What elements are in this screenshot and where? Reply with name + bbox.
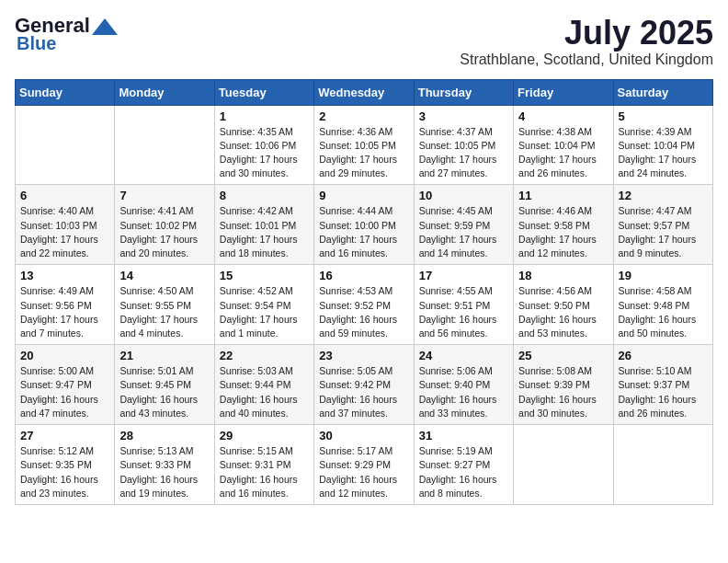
svg-marker-0	[92, 18, 118, 35]
day-detail: Sunrise: 4:53 AM Sunset: 9:52 PM Dayligh…	[319, 284, 408, 340]
day-cell: 22Sunrise: 5:03 AM Sunset: 9:44 PM Dayli…	[214, 345, 313, 425]
day-detail: Sunrise: 5:08 AM Sunset: 9:39 PM Dayligh…	[518, 364, 608, 420]
day-number: 10	[419, 189, 508, 202]
column-header-wednesday: Wednesday	[314, 79, 414, 105]
day-number: 21	[119, 349, 209, 362]
logo-icon	[92, 18, 118, 35]
day-cell: 2Sunrise: 4:36 AM Sunset: 10:05 PM Dayli…	[314, 105, 414, 185]
day-cell: 17Sunrise: 4:55 AM Sunset: 9:51 PM Dayli…	[414, 265, 513, 345]
day-detail: Sunrise: 5:10 AM Sunset: 9:37 PM Dayligh…	[619, 364, 708, 420]
day-cell: 18Sunrise: 4:56 AM Sunset: 9:50 PM Dayli…	[514, 265, 613, 345]
day-cell: 25Sunrise: 5:08 AM Sunset: 9:39 PM Dayli…	[514, 345, 613, 425]
day-number: 30	[319, 429, 408, 442]
day-cell	[613, 425, 712, 505]
page-header: General Blue July 2025 Strathblane, Scot…	[15, 15, 713, 68]
day-number: 7	[119, 189, 209, 202]
day-number: 13	[20, 269, 109, 282]
day-number: 9	[319, 189, 408, 202]
day-cell: 31Sunrise: 5:19 AM Sunset: 9:27 PM Dayli…	[414, 425, 513, 505]
day-number: 19	[619, 269, 708, 282]
day-detail: Sunrise: 4:36 AM Sunset: 10:05 PM Daylig…	[319, 125, 408, 181]
column-header-tuesday: Tuesday	[214, 79, 313, 105]
day-detail: Sunrise: 5:01 AM Sunset: 9:45 PM Dayligh…	[119, 364, 209, 420]
day-cell: 29Sunrise: 5:15 AM Sunset: 9:31 PM Dayli…	[214, 425, 313, 505]
day-number: 16	[319, 269, 408, 282]
day-detail: Sunrise: 4:45 AM Sunset: 9:59 PM Dayligh…	[419, 204, 508, 260]
day-detail: Sunrise: 5:13 AM Sunset: 9:33 PM Dayligh…	[119, 444, 209, 500]
calendar-body: 1Sunrise: 4:35 AM Sunset: 10:06 PM Dayli…	[16, 105, 713, 504]
day-number: 31	[419, 429, 508, 442]
day-detail: Sunrise: 4:46 AM Sunset: 9:58 PM Dayligh…	[518, 204, 608, 260]
day-detail: Sunrise: 5:17 AM Sunset: 9:29 PM Dayligh…	[319, 444, 408, 500]
day-detail: Sunrise: 5:06 AM Sunset: 9:40 PM Dayligh…	[419, 364, 508, 420]
day-cell: 30Sunrise: 5:17 AM Sunset: 9:29 PM Dayli…	[314, 425, 414, 505]
day-cell: 4Sunrise: 4:38 AM Sunset: 10:04 PM Dayli…	[514, 105, 613, 185]
day-number: 17	[419, 269, 508, 282]
day-detail: Sunrise: 5:12 AM Sunset: 9:35 PM Dayligh…	[20, 444, 109, 500]
day-number: 2	[319, 109, 408, 123]
week-row-2: 6Sunrise: 4:40 AM Sunset: 10:03 PM Dayli…	[16, 185, 713, 265]
day-cell: 19Sunrise: 4:58 AM Sunset: 9:48 PM Dayli…	[613, 265, 712, 345]
column-header-sunday: Sunday	[16, 79, 115, 105]
day-number: 8	[220, 189, 309, 202]
day-detail: Sunrise: 5:19 AM Sunset: 9:27 PM Dayligh…	[419, 444, 508, 500]
column-header-saturday: Saturday	[613, 79, 712, 105]
day-number: 27	[20, 429, 109, 442]
day-cell	[115, 105, 214, 185]
day-number: 3	[419, 109, 508, 123]
day-cell: 24Sunrise: 5:06 AM Sunset: 9:40 PM Dayli…	[414, 345, 513, 425]
week-row-4: 20Sunrise: 5:00 AM Sunset: 9:47 PM Dayli…	[16, 345, 713, 425]
day-detail: Sunrise: 4:44 AM Sunset: 10:00 PM Daylig…	[319, 204, 408, 260]
week-row-5: 27Sunrise: 5:12 AM Sunset: 9:35 PM Dayli…	[16, 425, 713, 505]
day-cell: 8Sunrise: 4:42 AM Sunset: 10:01 PM Dayli…	[214, 185, 313, 265]
day-detail: Sunrise: 5:00 AM Sunset: 9:47 PM Dayligh…	[20, 364, 109, 420]
day-cell: 14Sunrise: 4:50 AM Sunset: 9:55 PM Dayli…	[115, 265, 214, 345]
day-cell: 10Sunrise: 4:45 AM Sunset: 9:59 PM Dayli…	[414, 185, 513, 265]
day-cell: 1Sunrise: 4:35 AM Sunset: 10:06 PM Dayli…	[214, 105, 313, 185]
day-detail: Sunrise: 4:38 AM Sunset: 10:04 PM Daylig…	[518, 125, 608, 181]
day-detail: Sunrise: 4:55 AM Sunset: 9:51 PM Dayligh…	[419, 284, 508, 340]
day-number: 15	[220, 269, 309, 282]
day-number: 4	[518, 109, 608, 123]
day-cell: 21Sunrise: 5:01 AM Sunset: 9:45 PM Dayli…	[115, 345, 214, 425]
day-cell: 23Sunrise: 5:05 AM Sunset: 9:42 PM Dayli…	[314, 345, 414, 425]
day-cell	[16, 105, 115, 185]
day-number: 20	[20, 349, 109, 362]
day-number: 25	[518, 349, 608, 362]
day-number: 5	[619, 109, 708, 123]
day-cell: 27Sunrise: 5:12 AM Sunset: 9:35 PM Dayli…	[16, 425, 115, 505]
day-cell: 11Sunrise: 4:46 AM Sunset: 9:58 PM Dayli…	[514, 185, 613, 265]
day-detail: Sunrise: 4:41 AM Sunset: 10:02 PM Daylig…	[119, 204, 209, 260]
day-cell: 7Sunrise: 4:41 AM Sunset: 10:02 PM Dayli…	[115, 185, 214, 265]
calendar-header: SundayMondayTuesdayWednesdayThursdayFrid…	[16, 79, 713, 105]
day-number: 12	[619, 189, 708, 202]
day-cell: 9Sunrise: 4:44 AM Sunset: 10:00 PM Dayli…	[314, 185, 414, 265]
day-cell: 16Sunrise: 4:53 AM Sunset: 9:52 PM Dayli…	[314, 265, 414, 345]
day-detail: Sunrise: 5:03 AM Sunset: 9:44 PM Dayligh…	[220, 364, 309, 420]
logo-blue-text: Blue	[17, 33, 56, 53]
day-number: 24	[419, 349, 508, 362]
day-number: 28	[119, 429, 209, 442]
day-cell: 5Sunrise: 4:39 AM Sunset: 10:04 PM Dayli…	[613, 105, 712, 185]
day-number: 14	[119, 269, 209, 282]
column-header-thursday: Thursday	[414, 79, 513, 105]
day-cell: 13Sunrise: 4:49 AM Sunset: 9:56 PM Dayli…	[16, 265, 115, 345]
day-cell: 28Sunrise: 5:13 AM Sunset: 9:33 PM Dayli…	[115, 425, 214, 505]
day-detail: Sunrise: 4:56 AM Sunset: 9:50 PM Dayligh…	[518, 284, 608, 340]
day-detail: Sunrise: 4:47 AM Sunset: 9:57 PM Dayligh…	[619, 204, 708, 260]
day-cell: 3Sunrise: 4:37 AM Sunset: 10:05 PM Dayli…	[414, 105, 513, 185]
day-detail: Sunrise: 4:42 AM Sunset: 10:01 PM Daylig…	[220, 204, 309, 260]
day-cell: 15Sunrise: 4:52 AM Sunset: 9:54 PM Dayli…	[214, 265, 313, 345]
day-number: 22	[220, 349, 309, 362]
day-number: 1	[220, 109, 309, 123]
day-detail: Sunrise: 4:39 AM Sunset: 10:04 PM Daylig…	[619, 125, 708, 181]
day-number: 23	[319, 349, 408, 362]
month-title: July 2025	[460, 15, 713, 52]
calendar-table: SundayMondayTuesdayWednesdayThursdayFrid…	[15, 79, 713, 505]
day-detail: Sunrise: 4:52 AM Sunset: 9:54 PM Dayligh…	[220, 284, 309, 340]
day-detail: Sunrise: 5:15 AM Sunset: 9:31 PM Dayligh…	[220, 444, 309, 500]
title-block: July 2025 Strathblane, Scotland, United …	[460, 15, 713, 68]
day-detail: Sunrise: 4:40 AM Sunset: 10:03 PM Daylig…	[20, 204, 109, 260]
day-detail: Sunrise: 4:37 AM Sunset: 10:05 PM Daylig…	[419, 125, 508, 181]
day-detail: Sunrise: 4:50 AM Sunset: 9:55 PM Dayligh…	[119, 284, 209, 340]
